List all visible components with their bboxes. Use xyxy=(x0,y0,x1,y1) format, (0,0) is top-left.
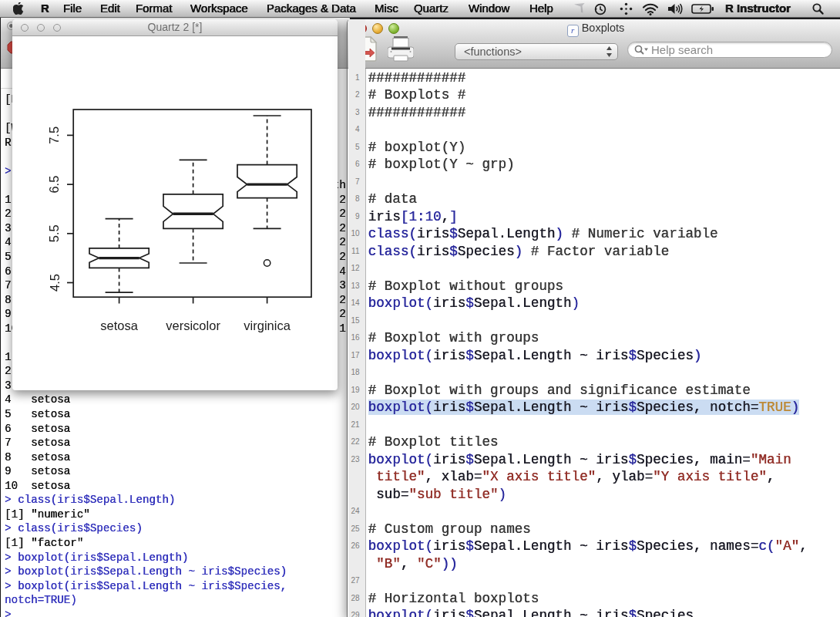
svg-text:versicolor: versicolor xyxy=(166,319,220,332)
svg-text:6.5: 6.5 xyxy=(48,176,62,194)
svg-text:5.5: 5.5 xyxy=(48,224,62,242)
svg-text:virginica: virginica xyxy=(244,319,291,332)
svg-text:7.5: 7.5 xyxy=(48,126,62,144)
svg-text:setosa: setosa xyxy=(100,319,138,332)
svg-text:4.5: 4.5 xyxy=(48,274,62,292)
